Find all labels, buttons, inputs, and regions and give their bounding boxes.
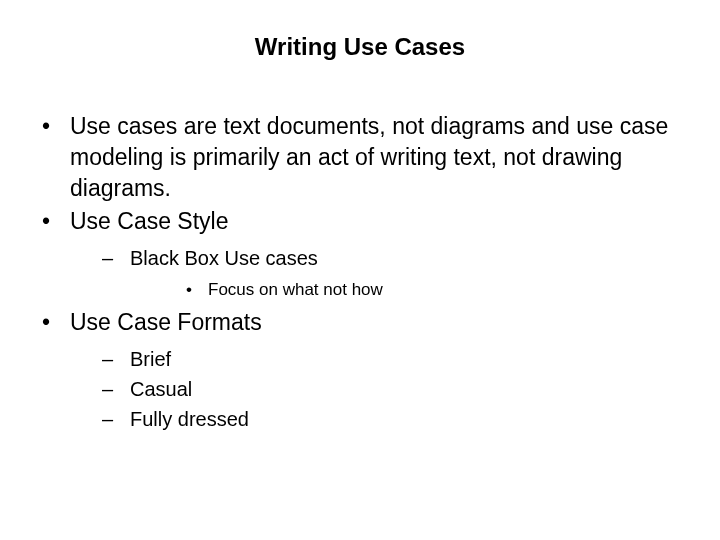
list-item: Black Box Use cases Focus on what not ho… xyxy=(70,243,690,303)
sub-list: Brief Casual Fully dressed xyxy=(70,344,690,434)
sub-sub-list: Focus on what not how xyxy=(130,277,690,303)
sub-list: Black Box Use cases Focus on what not ho… xyxy=(70,243,690,303)
list-item: Use Case Style Black Box Use cases Focus… xyxy=(30,206,690,303)
list-item: Brief xyxy=(70,344,690,374)
list-item-text: Use Case Formats xyxy=(70,309,262,335)
list-item: Focus on what not how xyxy=(130,277,690,303)
list-item: Use Case Formats Brief Casual Fully dres… xyxy=(30,307,690,434)
slide-title: Writing Use Cases xyxy=(30,33,690,61)
list-item-text: Use Case Style xyxy=(70,208,229,234)
list-item: Fully dressed xyxy=(70,404,690,434)
bullet-list: Use cases are text documents, not diagra… xyxy=(30,111,690,434)
list-item-text: Black Box Use cases xyxy=(130,247,318,269)
list-item: Use cases are text documents, not diagra… xyxy=(30,111,690,204)
list-item: Casual xyxy=(70,374,690,404)
